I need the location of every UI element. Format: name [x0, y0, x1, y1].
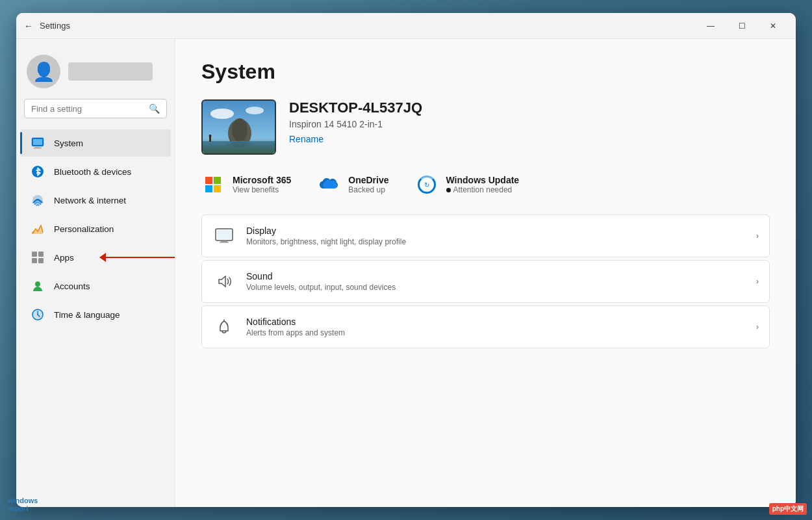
sidebar-item-personalization[interactable]: Personalization: [20, 215, 171, 242]
bluetooth-icon: [31, 164, 45, 179]
maximize-button[interactable]: ☐: [727, 16, 757, 36]
winupdate-icon: ↻: [415, 173, 438, 196]
svg-rect-6: [32, 252, 37, 257]
sound-text: Sound Volume levels, output, input, soun…: [246, 271, 756, 292]
back-button[interactable]: ←: [24, 21, 33, 31]
accounts-icon: [31, 279, 45, 293]
sidebar-item-bluetooth[interactable]: Bluetooth & devices: [20, 158, 171, 185]
display-icon: [212, 224, 236, 248]
notifications-title: Notifications: [246, 317, 756, 327]
sound-title: Sound: [246, 271, 756, 281]
sidebar-item-network[interactable]: Network & internet: [20, 187, 171, 214]
device-info: DESKTOP-4L537JQ Inspiron 14 5410 2-in-1 …: [289, 99, 770, 145]
device-section: DESKTOP-4L537JQ Inspiron 14 5410 2-in-1 …: [201, 99, 770, 155]
device-name: DESKTOP-4L537JQ: [289, 99, 770, 116]
main-panel: System: [175, 39, 796, 507]
sidebar-item-accounts[interactable]: Accounts: [20, 272, 171, 300]
sidebar-item-system-label: System: [54, 138, 83, 148]
svg-rect-27: [220, 242, 229, 243]
window-title: Settings: [40, 21, 696, 31]
onedrive-info: OneDrive Backed up: [348, 175, 388, 194]
alert-dot: [446, 188, 451, 192]
svg-rect-25: [217, 230, 231, 239]
sidebar-item-apps[interactable]: Apps: [20, 244, 171, 271]
winupdate-spinner: ↻: [418, 176, 436, 194]
rename-link[interactable]: Rename: [289, 134, 324, 144]
search-box[interactable]: 🔍: [24, 99, 167, 118]
settings-list: Display Monitors, brightness, night ligh…: [201, 214, 770, 348]
svg-point-10: [35, 281, 40, 287]
svg-rect-26: [221, 240, 227, 242]
winupdate-name: Windows Update: [446, 175, 520, 185]
sidebar: 👤 🔍: [16, 39, 175, 507]
onedrive-name: OneDrive: [348, 175, 388, 185]
winupdate-info: Windows Update Attention needed: [446, 175, 520, 194]
setting-sound[interactable]: Sound Volume levels, output, input, soun…: [201, 260, 770, 303]
svg-rect-9: [38, 258, 44, 263]
m365-name: Microsoft 365: [233, 175, 291, 185]
display-text: Display Monitors, brightness, night ligh…: [246, 226, 756, 246]
display-subtitle: Monitors, brightness, night light, displ…: [246, 237, 756, 246]
sidebar-item-accounts-label: Accounts: [54, 281, 90, 291]
svg-rect-3: [34, 148, 42, 149]
sound-chevron: ›: [756, 277, 759, 286]
notifications-text: Notifications Alerts from apps and syste…: [246, 317, 756, 337]
avatar-icon: 👤: [32, 61, 55, 83]
notifications-subtitle: Alerts from apps and system: [246, 328, 756, 337]
sound-icon: [212, 270, 236, 293]
svg-rect-7: [38, 252, 44, 257]
title-bar: ← Settings — ☐ ✕: [16, 13, 796, 39]
svg-rect-22: [209, 136, 211, 142]
svg-point-17: [246, 107, 264, 114]
svg-point-19: [232, 118, 247, 142]
onedrive-icon: [317, 173, 340, 196]
svg-point-23: [209, 135, 212, 137]
network-icon: [31, 193, 45, 207]
svg-rect-20: [203, 141, 275, 153]
svg-rect-1: [33, 139, 42, 145]
avatar: 👤: [27, 55, 60, 88]
user-name: [68, 62, 153, 81]
setting-notifications[interactable]: Notifications Alerts from apps and syste…: [201, 306, 770, 348]
personalization-icon: [31, 222, 45, 236]
service-m365[interactable]: Microsoft 365 View benefits: [201, 173, 291, 196]
winupdate-sub: Attention needed: [446, 185, 520, 194]
notifications-chevron: ›: [756, 322, 759, 332]
m365-icon: [201, 173, 225, 196]
setting-display[interactable]: Display Monitors, brightness, night ligh…: [201, 214, 770, 257]
device-image: [201, 99, 276, 155]
window-controls: — ☐ ✕: [696, 16, 788, 36]
sidebar-item-network-label: Network & internet: [54, 196, 126, 205]
service-winupdate[interactable]: ↻ Windows Update Attention needed: [415, 173, 520, 196]
sidebar-item-system[interactable]: System: [20, 129, 171, 157]
svg-rect-8: [32, 258, 37, 263]
svg-point-16: [210, 109, 234, 119]
time-icon: [31, 307, 45, 322]
onedrive-sub: Backed up: [348, 185, 388, 194]
system-icon: [31, 136, 45, 150]
device-wallpaper: [203, 101, 275, 153]
sidebar-item-apps-label: Apps: [54, 253, 74, 263]
device-model: Inspiron 14 5410 2-in-1: [289, 119, 770, 129]
services-row: Microsoft 365 View benefits: [201, 173, 770, 196]
apps-arrow-annotation: [100, 253, 175, 262]
service-onedrive[interactable]: OneDrive Backed up: [317, 173, 388, 196]
sidebar-item-time-label: Time & language: [54, 310, 120, 320]
minimize-button[interactable]: —: [696, 16, 726, 36]
m365-sub: View benefits: [233, 185, 291, 194]
main-content: 👤 🔍: [16, 39, 796, 507]
close-button[interactable]: ✕: [758, 16, 788, 36]
page-title: System: [201, 60, 770, 84]
settings-window: ← Settings — ☐ ✕ 👤: [16, 13, 796, 507]
notifications-icon: [212, 315, 236, 339]
sound-subtitle: Volume levels, output, input, sound devi…: [246, 283, 756, 292]
search-icon[interactable]: 🔍: [149, 103, 160, 114]
search-input[interactable]: [31, 104, 144, 114]
sidebar-item-personalization-label: Personalization: [54, 224, 114, 234]
m365-info: Microsoft 365 View benefits: [233, 175, 291, 194]
apps-icon: [31, 250, 45, 265]
display-title: Display: [246, 226, 756, 236]
svg-rect-2: [35, 146, 40, 148]
sidebar-item-time[interactable]: Time & language: [20, 301, 171, 328]
svg-point-21: [227, 142, 253, 148]
